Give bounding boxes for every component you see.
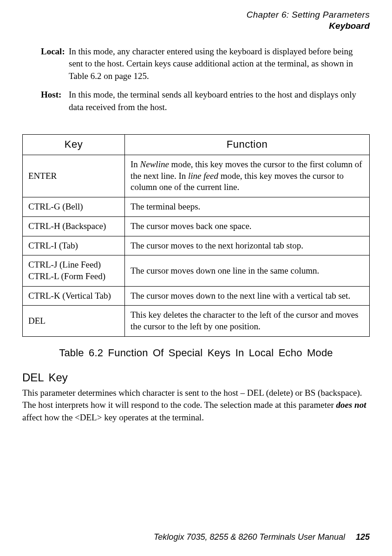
table-cell-function: The terminal beeps.: [125, 197, 370, 217]
table-cell-key: CTRL-I (Tab): [23, 236, 125, 255]
table-cell-key: CTRL-K (Vertical Tab): [23, 286, 125, 306]
header-section: Keyboard: [22, 20, 370, 32]
table-cell-key: CTRL-H (Backspace): [23, 216, 125, 236]
table-row: DELThis key deletes the character to the…: [23, 306, 370, 336]
table-row: CTRL-J (Line Feed)CTRL-L (Form Feed)The …: [23, 255, 370, 286]
footer-page-number: 125: [356, 532, 370, 542]
table-row: ENTERIn Newline mode, this key moves the…: [23, 155, 370, 197]
table-header-function: Function: [125, 135, 370, 155]
table-header-row: Key Function: [23, 135, 370, 155]
table-header-key: Key: [23, 135, 125, 155]
section-heading: DEL Key: [22, 371, 370, 384]
definition-row: Host: In this mode, the terminal sends a…: [22, 89, 370, 113]
table-row: CTRL-I (Tab)The cursor moves to the next…: [23, 236, 370, 255]
table-cell-key: DEL: [23, 306, 125, 336]
page-header: Chapter 6: Setting Parameters Keyboard: [22, 9, 370, 32]
table-row: CTRL-K (Vertical Tab)The cursor moves do…: [23, 286, 370, 306]
definition-term: Host:: [22, 89, 69, 113]
page: Chapter 6: Setting Parameters Keyboard L…: [0, 0, 392, 556]
table-cell-function: The cursor moves to the next horizontal …: [125, 236, 370, 255]
table-row: CTRL-G (Bell)The terminal beeps.: [23, 197, 370, 217]
definition-list: Local: In this mode, any character enter…: [22, 46, 370, 114]
table-cell-key: CTRL-J (Line Feed)CTRL-L (Form Feed): [23, 255, 125, 286]
table-cell-function: In Newline mode, this key moves the curs…: [125, 155, 370, 197]
definition-term: Local:: [22, 46, 69, 83]
special-keys-table: Key Function ENTERIn Newline mode, this …: [22, 134, 370, 336]
table-cell-function: The cursor moves back one space.: [125, 216, 370, 236]
table-cell-function: The cursor moves down to the next line w…: [125, 286, 370, 306]
definition-row: Local: In this mode, any character enter…: [22, 46, 370, 83]
body-paragraph: This parameter determines which characte…: [22, 387, 370, 424]
table-caption: Table 6.2 Function Of Special Keys In Lo…: [22, 347, 370, 359]
table-cell-key: CTRL-G (Bell): [23, 197, 125, 217]
definition-description: In this mode, the terminal sends all key…: [69, 89, 370, 113]
table-cell-function: The cursor moves down one line in the sa…: [125, 255, 370, 286]
page-footer: Teklogix 7035, 8255 & 8260 Terminals Use…: [154, 532, 370, 542]
footer-manual-title: Teklogix 7035, 8255 & 8260 Terminals Use…: [154, 532, 345, 542]
table-row: CTRL-H (Backspace)The cursor moves back …: [23, 216, 370, 236]
table-cell-function: This key deletes the character to the le…: [125, 306, 370, 336]
header-chapter: Chapter 6: Setting Parameters: [22, 9, 370, 20]
table-cell-key: ENTER: [23, 155, 125, 197]
definition-description: In this mode, any character entered usin…: [69, 46, 370, 83]
